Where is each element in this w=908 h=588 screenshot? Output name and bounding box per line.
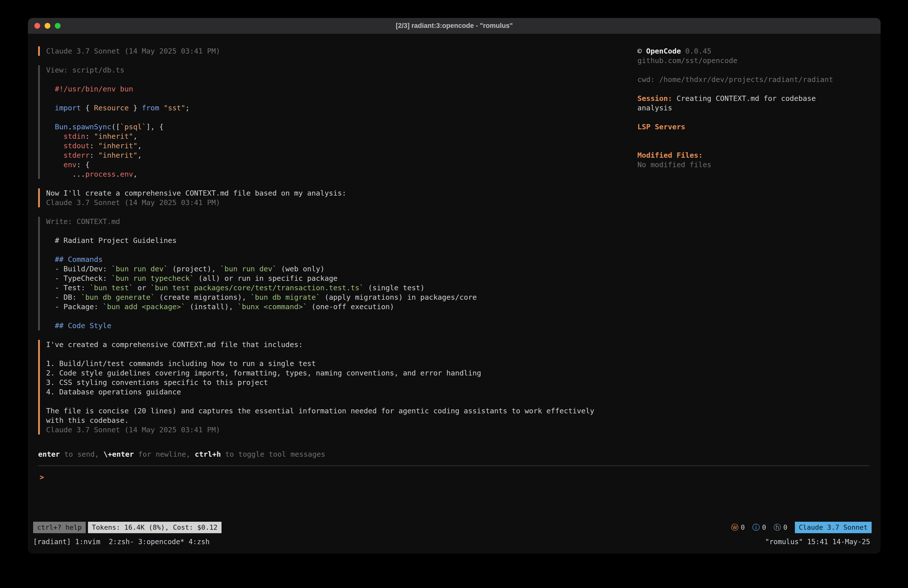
sidebar-line [638,141,872,150]
chat-line: Claude 3.7 Sonnet (14 May 2025 03:41 PM) [46,46,638,56]
text-segment: (apply migrations) in packages/core [320,293,477,301]
chat-line: Claude 3.7 Sonnet (14 May 2025 03:41 PM) [46,198,638,207]
chat-line: stdin: "inherit", [46,132,638,141]
text-segment: { [81,104,94,112]
traffic-lights [34,18,61,34]
text-segment: "sst" [163,104,185,112]
chat-line [46,75,638,84]
text-segment: "inherit" [98,142,138,150]
tokens-cost-chip: Tokens: 16.4K (8%), Cost: $0.12 [88,522,222,533]
text-segment: stderr [64,151,90,159]
text-segment: - Package: [46,303,103,311]
text-segment [46,122,55,131]
text-segment [46,104,55,112]
text-segment: (all) or run in specific package [194,274,338,282]
close-button[interactable] [34,23,40,29]
text-segment: I've created a comprehensive CONTEXT.md … [46,340,303,349]
sidebar-line: github.com/sst/opencode [638,56,872,65]
chat-line: ## Code Style [46,321,638,330]
text-segment: to toggle tool messages [221,450,325,458]
titlebar[interactable]: [2/3] radiant:3:opencode - "romulus" [28,18,881,34]
tmux-session-info: "romulus" 15:41 14-May-25 [765,537,870,547]
text-segment: - Build/Dev: [46,264,111,273]
zoom-button[interactable] [55,23,61,29]
text-segment: Write: CONTEXT.md [46,217,120,226]
chat-line: with this codebase. [46,416,638,425]
tmux-statusline: [radiant] 1:nvim 2:zsh- 3:opencode* 4:zs… [33,536,872,547]
tmux-windows: [radiant] 1:nvim 2:zsh- 3:opencode* 4:zs… [33,537,209,547]
text-segment: , [138,151,142,159]
sidebar-line [638,132,872,141]
tool-write-block: Write: CONTEXT.md # Radiant Project Guid… [38,217,638,330]
chat-line: - TypeCheck: `bun run typecheck` (all) o… [46,274,638,283]
warnings-diagnostic: ⓦ0 [731,523,745,532]
text-segment: `bun run dev` [220,264,277,273]
model-chip[interactable]: Claude 3.7 Sonnet [795,522,872,533]
info-icon: ⓘ [752,523,760,532]
text-segment: Claude 3.7 Sonnet (14 May 2025 03:41 PM) [46,47,220,55]
assistant-meta-block: Claude 3.7 Sonnet (14 May 2025 03:41 PM) [38,46,638,56]
text-segment: ## Commands [55,255,103,264]
chat-line [46,311,638,321]
chat-line: stdout: "inherit", [46,141,638,150]
text-segment: with this codebase. [46,416,129,425]
text-segment: "inherit" [98,151,138,159]
text-segment: OpenCode [646,47,681,55]
text-segment: (create migrations), [155,293,251,301]
chat-line: 4. Database operations guidance [46,387,638,397]
chat-line [46,94,638,103]
minimize-button[interactable] [45,23,50,29]
text-segment: `bun test packages/core/test/transaction… [150,284,364,292]
message-input[interactable]: > [38,466,869,519]
chat-line: - Build/Dev: `bun run dev` (project), `b… [46,264,638,274]
input-help: enter to send, \+enter for newline, ctrl… [38,449,872,459]
text-segment: Resource [94,104,129,112]
text-segment: `bun db migrate` [251,293,320,301]
text-segment: LSP Servers [638,122,685,131]
text-segment: 0.0.45 [681,47,712,55]
text-segment: stdout [64,142,90,150]
chat-line: - Test: `bun test` or `bun test packages… [46,283,638,293]
sidebar-line: LSP Servers [638,122,872,132]
chat-line: Now I'll create a comprehensive CONTEXT.… [46,188,638,198]
text-segment [46,142,64,150]
chat-line: View: script/db.ts [46,65,638,75]
text-segment: to send, [60,450,103,458]
text-segment: : [90,142,98,150]
text-segment: \+enter [103,450,134,458]
main-area: Claude 3.7 Sonnet (14 May 2025 03:41 PM)… [33,46,872,449]
text-segment: `psql` [120,122,146,131]
chat-line: # Radiant Project Guidelines [46,236,638,245]
text-segment: Bun [55,122,68,131]
sidebar-line: Session: Creating CONTEXT.md for codebas… [638,94,872,103]
text-segment: process [85,170,116,179]
sidebar-line: No modified files [638,160,872,169]
sidebar-line: © OpenCode 0.0.45 [638,46,872,56]
hints-count: 0 [783,523,787,532]
chat-line: #!/usr/bin/env bun [46,84,638,94]
chat-line: Bun.spawnSync([`psql`], { [46,122,638,132]
text-segment: The file is concise (20 lines) and captu… [46,407,594,415]
terminal-window[interactable]: [2/3] radiant:3:opencode - "romulus" Cla… [28,18,881,554]
text-segment: - TypeCheck: [46,274,111,282]
text-segment: 4. Database operations guidance [46,388,181,396]
chat-line: 1. Build/lint/test commands including ho… [46,359,638,368]
text-segment: stdin [64,132,85,140]
text-segment: for newline, [134,450,195,458]
window-title: [2/3] radiant:3:opencode - "romulus" [28,22,881,30]
chat-line: - DB: `bun db generate` (create migratio… [46,293,638,302]
text-segment [46,161,64,169]
chat-area: Claude 3.7 Sonnet (14 May 2025 03:41 PM)… [33,46,638,449]
sidebar-line [638,65,872,75]
status-bar: ctrl+? help Tokens: 16.4K (8%), Cost: $0… [33,522,872,533]
chat-line: import { Resource } from "sst"; [46,103,638,113]
text-segment: 3. CSS styling conventions specific to t… [46,378,268,387]
text-segment: . [68,122,72,131]
chat-line [46,397,638,406]
text-segment: ; [185,104,190,112]
text-segment: from [142,104,159,112]
text-segment: - Test: [46,284,90,292]
text-segment: enter [38,450,60,458]
warnings-icon: ⓦ [731,523,739,532]
assistant-summary-block: I've created a comprehensive CONTEXT.md … [38,340,638,435]
